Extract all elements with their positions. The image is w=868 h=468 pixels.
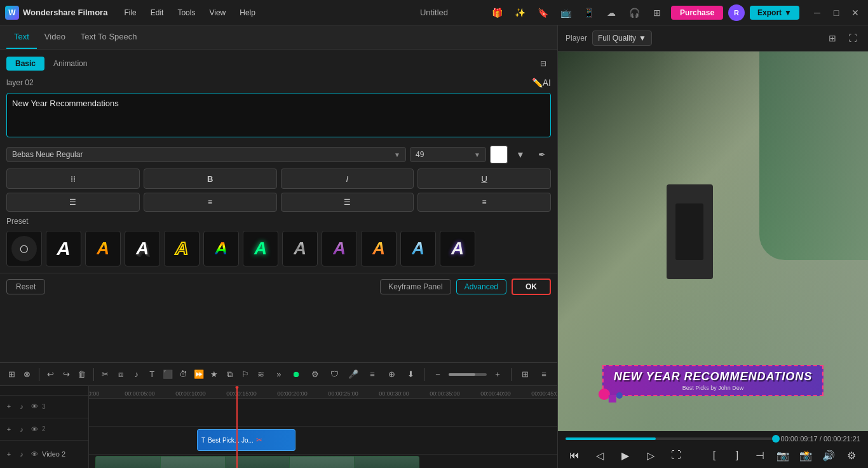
track-2-eye-icon[interactable]: 👁 [29, 424, 39, 434]
cut-button[interactable]: ✂ [99, 366, 112, 383]
import-icon[interactable]: ⬇ [402, 366, 419, 383]
video-clip[interactable] [95, 456, 419, 468]
preset-item-5[interactable]: A [203, 231, 239, 266]
redo-button[interactable]: ↪ [60, 366, 72, 383]
playhead[interactable] [236, 386, 238, 468]
track-v2-add-icon[interactable]: + [4, 449, 14, 459]
fullscreen-player-button[interactable]: ⛶ [667, 446, 685, 464]
frame-back-button[interactable]: ◁ [591, 446, 609, 464]
ok-button[interactable]: OK [512, 279, 551, 295]
preset-item-3[interactable]: A [125, 231, 160, 266]
preset-item-7[interactable]: A [282, 231, 318, 266]
record-button[interactable]: ⬛ [161, 366, 174, 383]
play-button[interactable]: ▶ [616, 446, 634, 464]
timer-button[interactable]: ⏱ [177, 366, 189, 383]
minimize-button[interactable]: ─ [810, 5, 825, 20]
preset-none[interactable]: ○ [6, 231, 42, 266]
text-button[interactable]: T [146, 366, 158, 383]
tab-text[interactable]: Text [6, 25, 37, 49]
step-back-button[interactable]: ⏮ [566, 446, 583, 464]
preset-item-10[interactable]: A [400, 231, 436, 266]
trim-button[interactable]: ⊣ [751, 446, 769, 464]
italic-button[interactable]: I [281, 169, 414, 189]
bracket-in-button[interactable]: [ [705, 446, 723, 464]
apps-icon[interactable]: ⊞ [648, 4, 666, 22]
collapse-button[interactable]: ⊟ [536, 56, 551, 71]
crop-button[interactable]: ⧈ [114, 366, 127, 383]
volume-button[interactable]: 🔊 [820, 446, 837, 464]
font-family-select[interactable]: Bebas Neue Regular ▼ [6, 147, 406, 162]
track-add-icon[interactable]: + [4, 401, 14, 411]
color-dropdown-icon[interactable]: ▼ [512, 146, 529, 163]
grid-view-button[interactable]: ⊞ [517, 366, 533, 383]
settings-ctrl-button[interactable]: ⚙ [843, 446, 860, 464]
zoom-in-button[interactable]: + [489, 366, 506, 383]
font-color-swatch[interactable] [490, 146, 508, 163]
reset-button[interactable]: Reset [6, 279, 45, 294]
preset-item-1[interactable]: A [46, 231, 81, 266]
record-icon[interactable]: ⏺ [288, 366, 304, 383]
eyedropper-icon[interactable]: ✒ [533, 146, 551, 163]
purchase-button[interactable]: Purchase [671, 6, 723, 20]
sub-tab-basic[interactable]: Basic [6, 57, 44, 71]
mic-icon[interactable]: 🎤 [345, 366, 362, 383]
sub-tab-animation[interactable]: Animation [44, 57, 96, 71]
preset-item-6[interactable]: A [243, 231, 278, 266]
upload-icon[interactable]: ☁ [602, 4, 620, 22]
fullscreen-icon[interactable]: ⛶ [845, 31, 860, 46]
zoom-out-button[interactable]: − [430, 366, 446, 383]
advanced-button[interactable]: Advanced [456, 279, 506, 294]
zoom-slider[interactable] [449, 373, 487, 376]
effect-button[interactable]: ★ [208, 366, 220, 383]
speed-button[interactable]: ⏩ [192, 366, 205, 383]
preset-item-8[interactable]: A [322, 231, 357, 266]
headset-icon[interactable]: 🎧 [625, 4, 643, 22]
text-input[interactable]: New Year Recommendations [6, 93, 551, 137]
camera-button[interactable]: 📸 [797, 446, 815, 464]
preset-item-9[interactable]: A [361, 231, 397, 266]
quality-select[interactable]: Full Quality ▼ [592, 31, 652, 46]
menu-tools[interactable]: Tools [171, 6, 201, 20]
track-2-add-icon[interactable]: + [4, 424, 14, 434]
bold-button[interactable]: B [144, 169, 277, 189]
bookmark-icon[interactable]: 🔖 [534, 4, 552, 22]
shield-icon[interactable]: 🛡 [326, 366, 342, 383]
align-right-button[interactable]: ☰ [281, 193, 414, 212]
menu-edit[interactable]: Edit [144, 6, 170, 20]
maximize-button[interactable]: □ [829, 5, 844, 20]
bracket-out-button[interactable]: ] [728, 446, 746, 464]
preset-item-11[interactable]: A [440, 231, 475, 266]
merge-icon[interactable]: ⊕ [383, 366, 400, 383]
audio-button[interactable]: ♪ [130, 366, 143, 383]
copy-button[interactable]: ⧉ [223, 366, 236, 383]
gift-icon[interactable]: 🎁 [488, 4, 506, 22]
marker-button[interactable]: ⚐ [239, 366, 252, 383]
adjust-format-button[interactable]: ⁞⁞ [6, 169, 140, 189]
align-justify-button[interactable]: ≡ [417, 193, 551, 212]
track-2-audio-icon[interactable]: ♪ [17, 424, 27, 434]
preset-item-4[interactable]: A [164, 231, 200, 266]
export-dropdown-icon[interactable]: ▼ [784, 8, 792, 17]
progress-bar[interactable] [566, 437, 776, 440]
tab-text-to-speech[interactable]: Text To Speech [73, 25, 145, 49]
export-button[interactable]: Export ▼ [750, 6, 799, 20]
close-button[interactable]: ✕ [848, 5, 863, 20]
avatar[interactable]: R [728, 4, 745, 21]
grid-view-icon[interactable]: ⊞ [825, 31, 840, 46]
align-center-button[interactable]: ≡ [144, 193, 277, 212]
snapshot-button[interactable]: 📷 [774, 446, 792, 464]
list-icon[interactable]: ≡ [364, 366, 381, 383]
mute-button[interactable]: ≋ [254, 366, 267, 383]
font-size-select[interactable]: 49 ▼ [410, 147, 486, 162]
screen-icon[interactable]: 📺 [557, 4, 574, 22]
ai-edit-icon[interactable]: ✏️AI [532, 78, 551, 88]
menu-file[interactable]: File [118, 6, 142, 20]
magic-icon[interactable]: ✨ [511, 4, 529, 22]
magnet-button[interactable]: ⊗ [20, 366, 33, 383]
undo-button[interactable]: ↩ [44, 366, 57, 383]
track-v2-eye-icon[interactable]: 👁 [29, 449, 39, 459]
track-v2-audio-icon[interactable]: ♪ [17, 449, 27, 459]
frame-forward-button[interactable]: ▷ [642, 446, 660, 464]
align-left-button[interactable]: ☰ [6, 193, 140, 212]
delete-button[interactable]: 🗑 [76, 366, 88, 383]
